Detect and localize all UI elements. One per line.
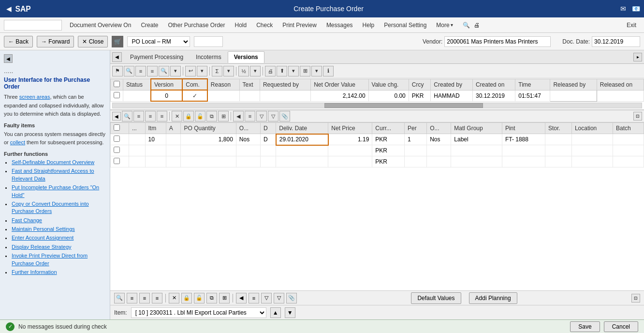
menu-search-input[interactable] bbox=[4, 20, 62, 30]
items-resize-btn[interactable]: ⊡ bbox=[633, 112, 642, 121]
tab-payment-processing[interactable]: Payment Processing bbox=[124, 51, 190, 63]
menu-other-po[interactable]: Other Purchase Order bbox=[164, 20, 229, 30]
vtb-redo-btn[interactable]: ▾ bbox=[197, 66, 207, 76]
vtb-flag-btn[interactable]: ⚑ bbox=[112, 66, 123, 76]
back-nav-icon[interactable]: ◀ bbox=[4, 4, 14, 14]
close-button[interactable]: ✕ Close bbox=[78, 36, 108, 47]
bottom-zoom-btn[interactable]: 🔍 bbox=[114, 293, 125, 303]
sidebar-screen-areas-link[interactable]: screen areas bbox=[19, 94, 50, 100]
items-filter-btn[interactable]: ▽ bbox=[256, 111, 267, 121]
message-icon[interactable]: ✉ bbox=[620, 5, 626, 13]
tab-more-button[interactable]: ▸ bbox=[633, 53, 642, 61]
item-cb-1[interactable] bbox=[114, 136, 120, 142]
bottom-filter2-btn[interactable]: ▽ bbox=[274, 293, 284, 303]
menu-check[interactable]: Check bbox=[252, 20, 277, 30]
vtb-align-left-btn[interactable]: ≡ bbox=[135, 66, 146, 76]
vtb-zoom-btn[interactable]: 🔍 bbox=[124, 66, 134, 76]
items-select-all[interactable] bbox=[114, 124, 120, 131]
vtb-print-btn[interactable]: 🖨 bbox=[265, 66, 276, 76]
menu-more[interactable]: More ▾ bbox=[432, 20, 456, 30]
items-list-btn2[interactable]: ≡ bbox=[145, 111, 156, 121]
items-list-btn3[interactable]: ≡ bbox=[157, 111, 167, 121]
sidebar-link-1[interactable]: Fast and Straightforward Access to Relev… bbox=[12, 168, 94, 181]
po-number-input[interactable] bbox=[194, 36, 223, 47]
tab-versions[interactable]: Versions bbox=[228, 51, 264, 63]
items-filter2-btn[interactable]: ▽ bbox=[268, 111, 278, 121]
po-type-select[interactable]: PO Local – RM bbox=[127, 36, 190, 47]
items-lock-btn[interactable]: 🔒 bbox=[183, 111, 194, 121]
items-align-center-btn[interactable]: ≡ bbox=[245, 111, 255, 121]
tab-incoterms[interactable]: Incoterms bbox=[190, 51, 228, 63]
bottom-filter-btn[interactable]: ▽ bbox=[261, 293, 272, 303]
bottom-list-btn[interactable]: ≡ bbox=[127, 293, 137, 303]
menu-create[interactable]: Create bbox=[137, 20, 162, 30]
menu-help[interactable]: Help bbox=[359, 20, 379, 30]
item-select[interactable]: [ 10 ] 2300311 . Lbl MI Export Local Par… bbox=[131, 307, 266, 318]
bottom-list-btn2[interactable]: ≡ bbox=[139, 293, 150, 303]
vtb-fraction-dropdown[interactable]: ▾ bbox=[250, 66, 261, 76]
items-resize-btn2[interactable]: ⊡ bbox=[631, 294, 640, 303]
bottom-center-btn[interactable]: ≡ bbox=[249, 293, 259, 303]
bottom-lock-btn[interactable]: 🔒 bbox=[181, 293, 192, 303]
vtb-info-btn[interactable]: ℹ bbox=[323, 66, 334, 76]
item-cb-2[interactable] bbox=[114, 147, 120, 153]
bottom-list-btn3[interactable]: ≡ bbox=[152, 293, 162, 303]
sidebar-link-8[interactable]: Invoke Print Preview Direct from Purchas… bbox=[12, 253, 88, 266]
doc-date-input[interactable] bbox=[592, 36, 640, 47]
sidebar-link-0[interactable]: Self-Definable Document Overview bbox=[12, 159, 94, 165]
vtb-columns-dropdown[interactable]: ▾ bbox=[311, 66, 322, 76]
bottom-align-btn[interactable]: ◀ bbox=[236, 293, 247, 303]
exit-button[interactable]: Exit bbox=[623, 20, 640, 30]
back-button[interactable]: ← Back bbox=[4, 36, 33, 47]
forward-button[interactable]: → Forward bbox=[37, 36, 74, 47]
sidebar-link-5[interactable]: Maintain Personal Settings bbox=[12, 226, 75, 232]
bottom-copy-btn[interactable]: ⧉ bbox=[206, 293, 217, 303]
vtb-filter-btn[interactable]: 🔍 bbox=[159, 66, 169, 76]
vtb-columns-btn[interactable]: ⊞ bbox=[300, 66, 310, 76]
items-unlock-btn[interactable]: 🔓 bbox=[195, 111, 205, 121]
bottom-unlock-btn[interactable]: 🔓 bbox=[194, 293, 205, 303]
menu-print-preview[interactable]: Print Preview bbox=[278, 20, 321, 30]
bottom-split-btn[interactable]: ⊞ bbox=[219, 293, 230, 303]
vtb-sum-dropdown-btn[interactable]: ▾ bbox=[223, 66, 234, 76]
sidebar-link-9[interactable]: Further Information bbox=[12, 269, 57, 275]
versions-scrollbar[interactable] bbox=[112, 103, 642, 108]
sidebar-link-6[interactable]: Enter Account Assignment bbox=[12, 235, 73, 241]
item-nav-down[interactable]: ▼ bbox=[285, 307, 295, 318]
menu-personal-setting[interactable]: Personal Setting bbox=[380, 20, 430, 30]
items-zoom-btn[interactable]: 🔍 bbox=[122, 111, 132, 121]
tab-nav-left[interactable]: ◀ bbox=[112, 52, 122, 62]
vtb-export-btn[interactable]: ⬆ bbox=[277, 66, 287, 76]
row-checkbox[interactable] bbox=[114, 92, 120, 98]
item-cb-3[interactable] bbox=[114, 158, 120, 164]
bottom-delete-btn[interactable]: ✕ bbox=[169, 293, 179, 303]
items-align-left-btn[interactable]: ◀ bbox=[233, 111, 244, 121]
sidebar-link-3[interactable]: Copy or Convert Documents into Purchase … bbox=[12, 201, 89, 214]
menu-hold[interactable]: Hold bbox=[231, 20, 250, 30]
search-icon[interactable]: 🔍 bbox=[463, 22, 470, 29]
vtb-export-dropdown[interactable]: ▾ bbox=[288, 66, 299, 76]
items-list-btn[interactable]: ≡ bbox=[133, 111, 144, 121]
vendor-input[interactable] bbox=[444, 36, 551, 47]
items-split-btn[interactable]: ⊞ bbox=[218, 111, 229, 121]
menu-messages[interactable]: Messages bbox=[322, 20, 357, 30]
sidebar-link-2[interactable]: Put Incomplete Purchase Orders "On Hold" bbox=[12, 184, 99, 197]
vtb-undo-btn[interactable]: ↩ bbox=[185, 66, 196, 76]
select-all-checkbox[interactable] bbox=[114, 81, 120, 87]
print-icon[interactable]: 🖨 bbox=[474, 22, 480, 29]
items-collapse-btn[interactable]: ◀ bbox=[112, 112, 121, 121]
sidebar-collect-link[interactable]: collect bbox=[10, 139, 25, 145]
items-attach-btn[interactable]: 📎 bbox=[279, 111, 290, 121]
items-delete-btn[interactable]: ✕ bbox=[172, 111, 182, 121]
vtb-dropdown-btn[interactable]: ▾ bbox=[170, 66, 181, 76]
sidebar-link-4[interactable]: Fast Change bbox=[12, 217, 42, 223]
vtb-sum-btn[interactable]: Σ bbox=[212, 66, 222, 76]
vtb-align-right-btn[interactable]: ≡ bbox=[147, 66, 158, 76]
vtb-fraction-btn[interactable]: ½ bbox=[238, 66, 249, 76]
save-button[interactable]: Save bbox=[570, 321, 600, 332]
items-copy-btn[interactable]: ⧉ bbox=[206, 111, 217, 121]
cancel-button[interactable]: Cancel bbox=[604, 321, 638, 332]
default-values-button[interactable]: Default Values bbox=[411, 292, 461, 304]
email-icon[interactable]: 📧 bbox=[632, 5, 640, 13]
menu-document-overview[interactable]: Document Overview On bbox=[66, 20, 135, 30]
